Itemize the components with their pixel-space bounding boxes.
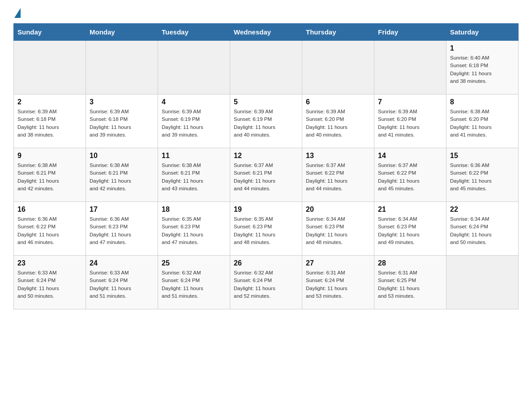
day-info: Sunrise: 6:31 AM Sunset: 6:24 PM Dayligh… [306, 269, 370, 300]
calendar-cell: 22Sunrise: 6:34 AM Sunset: 6:24 PM Dayli… [446, 202, 519, 256]
day-info: Sunrise: 6:37 AM Sunset: 6:21 PM Dayligh… [234, 162, 298, 193]
day-number: 24 [90, 259, 154, 267]
day-number: 4 [162, 98, 226, 106]
calendar-body: 1Sunrise: 6:40 AM Sunset: 6:18 PM Daylig… [14, 41, 519, 309]
day-number: 23 [17, 259, 82, 267]
calendar-cell: 25Sunrise: 6:32 AM Sunset: 6:24 PM Dayli… [158, 256, 230, 309]
calendar-cell [158, 41, 230, 94]
day-number: 13 [306, 152, 370, 160]
calendar-week-row: 23Sunrise: 6:33 AM Sunset: 6:24 PM Dayli… [14, 256, 519, 309]
calendar-cell: 4Sunrise: 6:39 AM Sunset: 6:19 PM Daylig… [158, 94, 230, 148]
calendar-cell [446, 256, 519, 309]
calendar-cell [302, 41, 374, 94]
day-number: 3 [90, 98, 154, 106]
calendar-cell [230, 41, 302, 94]
calendar-cell: 28Sunrise: 6:31 AM Sunset: 6:25 PM Dayli… [374, 256, 446, 309]
weekday-header-sunday: Sunday [14, 24, 86, 41]
day-number: 11 [162, 152, 226, 160]
calendar-cell: 21Sunrise: 6:34 AM Sunset: 6:23 PM Dayli… [374, 202, 446, 256]
calendar-cell: 24Sunrise: 6:33 AM Sunset: 6:24 PM Dayli… [86, 256, 158, 309]
day-number: 14 [378, 152, 442, 160]
day-info: Sunrise: 6:38 AM Sunset: 6:21 PM Dayligh… [90, 162, 154, 193]
calendar-week-row: 9Sunrise: 6:38 AM Sunset: 6:21 PM Daylig… [14, 148, 519, 202]
weekday-header-monday: Monday [86, 24, 158, 41]
day-info: Sunrise: 6:35 AM Sunset: 6:23 PM Dayligh… [162, 215, 226, 246]
day-number: 2 [17, 98, 82, 106]
weekday-header-saturday: Saturday [446, 24, 519, 41]
calendar-cell: 12Sunrise: 6:37 AM Sunset: 6:21 PM Dayli… [230, 148, 302, 202]
calendar-cell: 27Sunrise: 6:31 AM Sunset: 6:24 PM Dayli… [302, 256, 374, 309]
day-number: 17 [90, 206, 154, 214]
day-number: 26 [234, 259, 298, 267]
calendar-cell: 3Sunrise: 6:39 AM Sunset: 6:18 PM Daylig… [86, 94, 158, 148]
day-info: Sunrise: 6:34 AM Sunset: 6:24 PM Dayligh… [450, 215, 515, 246]
day-info: Sunrise: 6:37 AM Sunset: 6:22 PM Dayligh… [306, 162, 370, 193]
day-number: 7 [378, 98, 442, 106]
day-number: 27 [306, 259, 370, 267]
logo-triangle-icon [14, 8, 21, 18]
day-info: Sunrise: 6:39 AM Sunset: 6:18 PM Dayligh… [17, 108, 82, 139]
calendar-cell [374, 41, 446, 94]
day-info: Sunrise: 6:32 AM Sunset: 6:24 PM Dayligh… [234, 269, 298, 300]
day-number: 22 [450, 206, 515, 214]
calendar-cell: 9Sunrise: 6:38 AM Sunset: 6:21 PM Daylig… [14, 148, 86, 202]
day-number: 20 [306, 206, 370, 214]
day-info: Sunrise: 6:36 AM Sunset: 6:22 PM Dayligh… [17, 215, 82, 246]
day-number: 21 [378, 206, 442, 214]
calendar-cell: 11Sunrise: 6:38 AM Sunset: 6:21 PM Dayli… [158, 148, 230, 202]
day-info: Sunrise: 6:39 AM Sunset: 6:20 PM Dayligh… [378, 108, 442, 139]
day-info: Sunrise: 6:38 AM Sunset: 6:20 PM Dayligh… [450, 108, 515, 139]
day-info: Sunrise: 6:39 AM Sunset: 6:18 PM Dayligh… [90, 108, 154, 139]
day-number: 16 [17, 206, 82, 214]
day-number: 8 [450, 98, 515, 106]
day-number: 10 [90, 152, 154, 160]
day-info: Sunrise: 6:31 AM Sunset: 6:25 PM Dayligh… [378, 269, 442, 300]
weekday-header-row: SundayMondayTuesdayWednesdayThursdayFrid… [14, 24, 519, 41]
weekday-header-wednesday: Wednesday [230, 24, 302, 41]
calendar-week-row: 2Sunrise: 6:39 AM Sunset: 6:18 PM Daylig… [14, 94, 519, 148]
day-number: 5 [234, 98, 298, 106]
day-info: Sunrise: 6:37 AM Sunset: 6:22 PM Dayligh… [378, 162, 442, 193]
day-number: 1 [450, 44, 515, 52]
day-info: Sunrise: 6:35 AM Sunset: 6:23 PM Dayligh… [234, 215, 298, 246]
calendar-cell: 17Sunrise: 6:36 AM Sunset: 6:23 PM Dayli… [86, 202, 158, 256]
day-info: Sunrise: 6:36 AM Sunset: 6:23 PM Dayligh… [90, 215, 154, 246]
calendar-cell: 23Sunrise: 6:33 AM Sunset: 6:24 PM Dayli… [14, 256, 86, 309]
day-info: Sunrise: 6:38 AM Sunset: 6:21 PM Dayligh… [162, 162, 226, 193]
day-number: 12 [234, 152, 298, 160]
calendar-week-row: 1Sunrise: 6:40 AM Sunset: 6:18 PM Daylig… [14, 41, 519, 94]
calendar-week-row: 16Sunrise: 6:36 AM Sunset: 6:22 PM Dayli… [14, 202, 519, 256]
calendar-cell: 20Sunrise: 6:34 AM Sunset: 6:23 PM Dayli… [302, 202, 374, 256]
day-number: 19 [234, 206, 298, 214]
calendar-table: SundayMondayTuesdayWednesdayThursdayFrid… [13, 23, 519, 309]
day-info: Sunrise: 6:39 AM Sunset: 6:19 PM Dayligh… [162, 108, 226, 139]
calendar-cell: 6Sunrise: 6:39 AM Sunset: 6:20 PM Daylig… [302, 94, 374, 148]
calendar-cell: 26Sunrise: 6:32 AM Sunset: 6:24 PM Dayli… [230, 256, 302, 309]
calendar-cell [14, 41, 86, 94]
page-header [13, 9, 519, 19]
calendar-cell: 2Sunrise: 6:39 AM Sunset: 6:18 PM Daylig… [14, 94, 86, 148]
calendar-cell: 8Sunrise: 6:38 AM Sunset: 6:20 PM Daylig… [446, 94, 519, 148]
calendar-cell [86, 41, 158, 94]
day-info: Sunrise: 6:40 AM Sunset: 6:18 PM Dayligh… [450, 54, 515, 85]
calendar-cell: 15Sunrise: 6:36 AM Sunset: 6:22 PM Dayli… [446, 148, 519, 202]
day-number: 25 [162, 259, 226, 267]
calendar-cell: 7Sunrise: 6:39 AM Sunset: 6:20 PM Daylig… [374, 94, 446, 148]
day-info: Sunrise: 6:38 AM Sunset: 6:21 PM Dayligh… [17, 162, 82, 193]
day-info: Sunrise: 6:33 AM Sunset: 6:24 PM Dayligh… [17, 269, 82, 300]
weekday-header-thursday: Thursday [302, 24, 374, 41]
calendar-cell: 16Sunrise: 6:36 AM Sunset: 6:22 PM Dayli… [14, 202, 86, 256]
weekday-header-friday: Friday [374, 24, 446, 41]
day-info: Sunrise: 6:34 AM Sunset: 6:23 PM Dayligh… [378, 215, 442, 246]
day-info: Sunrise: 6:34 AM Sunset: 6:23 PM Dayligh… [306, 215, 370, 246]
calendar-cell: 1Sunrise: 6:40 AM Sunset: 6:18 PM Daylig… [446, 41, 519, 94]
day-number: 15 [450, 152, 515, 160]
calendar-cell: 10Sunrise: 6:38 AM Sunset: 6:21 PM Dayli… [86, 148, 158, 202]
calendar-cell: 5Sunrise: 6:39 AM Sunset: 6:19 PM Daylig… [230, 94, 302, 148]
weekday-header-tuesday: Tuesday [158, 24, 230, 41]
day-number: 6 [306, 98, 370, 106]
day-info: Sunrise: 6:39 AM Sunset: 6:20 PM Dayligh… [306, 108, 370, 139]
logo [13, 9, 21, 19]
calendar-cell: 13Sunrise: 6:37 AM Sunset: 6:22 PM Dayli… [302, 148, 374, 202]
calendar-cell: 14Sunrise: 6:37 AM Sunset: 6:22 PM Dayli… [374, 148, 446, 202]
